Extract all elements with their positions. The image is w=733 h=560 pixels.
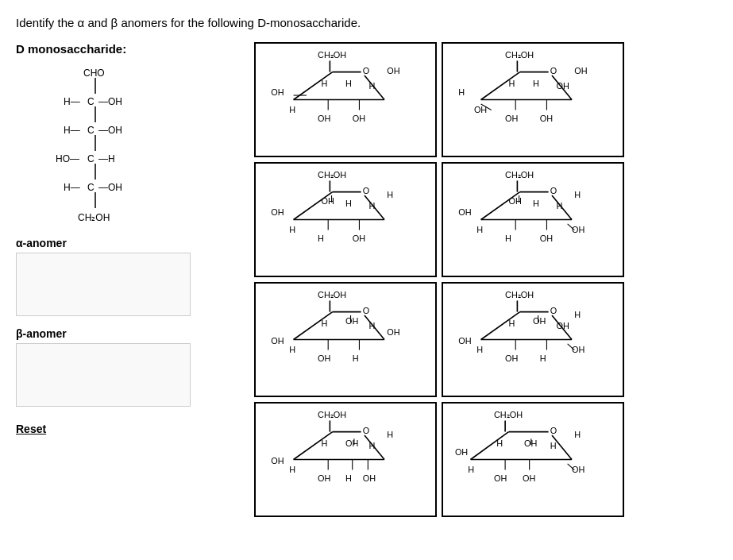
svg-text:OH: OH <box>505 114 518 123</box>
svg-text:H: H <box>345 199 352 208</box>
svg-text:OH: OH <box>524 438 537 448</box>
svg-text:CH₂OH: CH₂OH <box>494 410 523 419</box>
svg-text:CH₂OH: CH₂OH <box>505 50 534 60</box>
svg-text:H: H <box>289 465 295 474</box>
svg-text:CHO: CHO <box>83 68 105 79</box>
row-1: CH₂OH O OH OH <box>254 42 717 157</box>
svg-text:OH: OH <box>363 473 376 483</box>
svg-text:H: H <box>321 79 327 88</box>
svg-text:OH: OH <box>318 473 330 483</box>
svg-text:OH: OH <box>345 438 358 448</box>
svg-text:OH: OH <box>318 353 330 363</box>
svg-line-157 <box>471 432 509 460</box>
svg-text:OH: OH <box>574 66 587 75</box>
svg-text:—OH: —OH <box>98 96 122 107</box>
sugar-box-1a[interactable]: CH₂OH O OH OH <box>254 42 437 157</box>
alpha-anomer-label: α-anomer <box>16 237 238 249</box>
svg-text:H: H <box>508 79 515 88</box>
svg-text:H: H <box>289 345 295 354</box>
svg-text:CH₂OH: CH₂OH <box>505 170 534 180</box>
sugar-box-3b[interactable]: CH₂OH O H OH H H OH OH OH OH <box>442 282 624 397</box>
sugar-svg-4b: CH₂OH O H OH H H OH H OH <box>446 407 619 512</box>
svg-text:H: H <box>387 430 393 439</box>
svg-text:CH₂OH: CH₂OH <box>318 410 346 419</box>
svg-text:CH₂OH: CH₂OH <box>318 170 346 180</box>
sugar-svg-2b: CH₂OH O H OH H OH H H OH H <box>446 167 619 272</box>
svg-text:—H: —H <box>98 153 115 164</box>
svg-text:H: H <box>574 430 581 439</box>
svg-text:H: H <box>289 105 295 114</box>
svg-text:OH: OH <box>387 327 399 337</box>
svg-text:OH: OH <box>494 473 507 483</box>
svg-text:H: H <box>321 438 327 448</box>
alpha-anomer-section: α-anomer <box>16 237 238 316</box>
right-panel: CH₂OH O OH OH <box>254 42 717 522</box>
left-panel: D monosaccharide: CHO H— C —OH H— C —OH … <box>16 42 238 522</box>
sugar-svg-4a: CH₂OH O H OH H H OH H OH H <box>259 407 432 512</box>
svg-text:CH₂OH: CH₂OH <box>318 290 346 299</box>
svg-text:O: O <box>550 186 557 195</box>
chain-structure: CHO H— C —OH H— C —OH HO— C —H H— C —OH … <box>16 62 183 229</box>
svg-text:OH: OH <box>458 336 471 346</box>
svg-text:O: O <box>363 66 369 75</box>
svg-text:OH: OH <box>508 196 521 206</box>
svg-text:H: H <box>533 199 539 208</box>
sugar-box-3a[interactable]: CH₂OH O OH OH H H OH H OH H <box>254 282 437 397</box>
svg-text:H: H <box>458 87 465 97</box>
svg-text:CH₂OH: CH₂OH <box>78 212 110 223</box>
sugar-box-4b[interactable]: CH₂OH O H OH H H OH H OH <box>442 402 624 517</box>
svg-text:H: H <box>476 225 483 234</box>
svg-text:H: H <box>540 353 546 363</box>
svg-text:H: H <box>574 310 581 319</box>
beta-anomer-label: β-anomer <box>16 327 238 340</box>
svg-text:CH₂OH: CH₂OH <box>505 290 534 299</box>
reset-button[interactable]: Reset <box>16 423 46 435</box>
row-4: CH₂OH O H OH H H OH H OH H <box>254 402 717 517</box>
svg-text:OH: OH <box>556 81 569 91</box>
beta-answer-box[interactable] <box>16 343 191 407</box>
svg-text:C: C <box>87 125 95 136</box>
svg-text:H: H <box>345 473 352 483</box>
svg-text:H: H <box>368 81 375 91</box>
beta-anomer-section: β-anomer <box>16 327 238 407</box>
svg-text:OH: OH <box>271 456 284 465</box>
svg-text:OH: OH <box>556 321 569 330</box>
svg-text:C: C <box>87 153 95 164</box>
svg-text:H: H <box>368 201 375 210</box>
svg-text:C: C <box>87 96 95 107</box>
svg-text:OH: OH <box>321 196 334 206</box>
svg-text:H: H <box>533 79 539 88</box>
svg-text:H—: H— <box>64 125 80 136</box>
svg-text:H—: H— <box>64 96 80 107</box>
svg-text:—OH: —OH <box>98 182 122 193</box>
svg-text:OH: OH <box>533 316 546 326</box>
sugar-box-2a[interactable]: CH₂OH O H OH H OH H H H <box>254 162 437 277</box>
sugar-box-1b[interactable]: CH₂OH O OH H OH H H OH OH OH <box>442 42 624 157</box>
svg-text:H: H <box>574 190 581 199</box>
svg-text:OH: OH <box>271 336 284 346</box>
svg-text:H: H <box>318 234 324 243</box>
svg-text:H: H <box>550 441 557 450</box>
svg-text:H: H <box>345 79 352 88</box>
sugar-box-2b[interactable]: CH₂OH O H OH H OH H H OH H <box>442 162 624 277</box>
svg-text:H—: H— <box>64 182 80 193</box>
svg-text:CH₂OH: CH₂OH <box>318 50 346 60</box>
svg-text:H: H <box>468 465 474 474</box>
svg-text:OH: OH <box>387 66 399 75</box>
svg-text:HO—: HO— <box>56 153 79 164</box>
svg-text:H: H <box>496 438 503 448</box>
sugar-svg-3b: CH₂OH O H OH H H OH OH OH OH <box>446 287 619 392</box>
svg-text:O: O <box>363 426 369 435</box>
sugar-svg-1b: CH₂OH O OH H OH H H OH OH OH <box>446 47 619 153</box>
svg-text:OH: OH <box>540 114 553 123</box>
svg-text:H: H <box>387 190 393 199</box>
alpha-answer-box[interactable] <box>16 253 191 316</box>
svg-text:OH: OH <box>271 87 284 97</box>
sugar-box-4a[interactable]: CH₂OH O H OH H H OH H OH H <box>254 402 437 517</box>
svg-text:O: O <box>363 186 369 195</box>
svg-text:H: H <box>368 321 375 330</box>
svg-text:OH: OH <box>540 234 553 243</box>
sugar-svg-3a: CH₂OH O OH OH H H OH H OH H <box>259 287 432 392</box>
svg-text:OH: OH <box>271 207 284 217</box>
page-title: Identify the α and β anomers for the fol… <box>16 16 717 29</box>
